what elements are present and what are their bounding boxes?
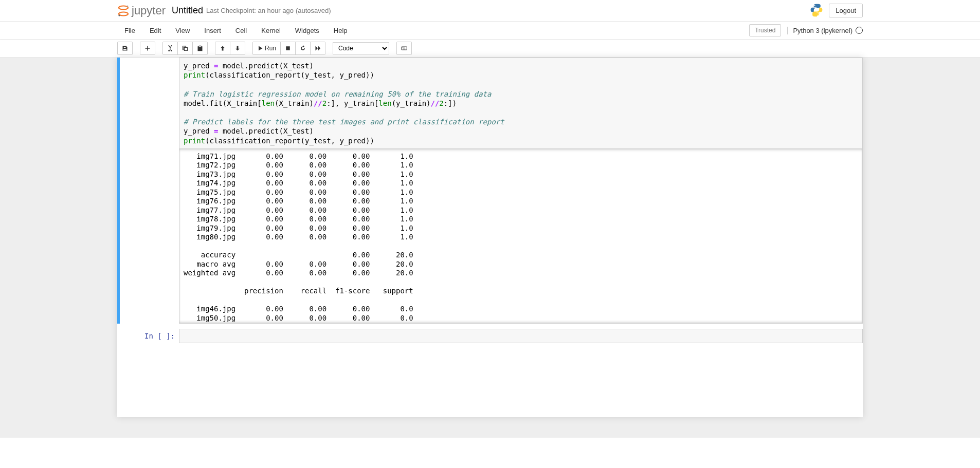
kernel-name-text: Python 3 (ipykernel) bbox=[793, 27, 852, 34]
menu-file[interactable]: File bbox=[117, 23, 142, 39]
menu-kernel[interactable]: Kernel bbox=[254, 23, 288, 39]
arrow-down-icon bbox=[234, 45, 241, 51]
menu-insert[interactable]: Insert bbox=[197, 23, 228, 39]
menu-widgets[interactable]: Widgets bbox=[288, 23, 326, 39]
svg-point-0 bbox=[119, 6, 128, 9]
move-down-button[interactable] bbox=[230, 42, 245, 54]
play-icon bbox=[257, 45, 263, 51]
notebook-name[interactable]: Untitled bbox=[172, 5, 203, 16]
svg-point-3 bbox=[118, 14, 120, 16]
code-input-area-empty[interactable] bbox=[179, 329, 863, 343]
copy-icon bbox=[182, 45, 188, 51]
logout-button[interactable]: Logout bbox=[829, 4, 863, 17]
trusted-indicator[interactable]: Trusted bbox=[749, 24, 781, 36]
copy-button[interactable] bbox=[178, 42, 193, 54]
svg-rect-11 bbox=[403, 49, 406, 49]
jupyter-logo-text: jupyter bbox=[132, 4, 166, 17]
cell-prompt-empty: In [ ]: bbox=[120, 329, 179, 343]
svg-rect-8 bbox=[402, 48, 403, 48]
jupyter-logo[interactable]: jupyter bbox=[117, 4, 166, 17]
run-button-label: Run bbox=[265, 45, 276, 52]
menubar-container: File Edit View Insert Cell Kernel Widget… bbox=[0, 22, 980, 40]
cell-output-area[interactable]: img71.jpg 0.00 0.00 0.00 1.0 img72.jpg 0… bbox=[179, 149, 863, 324]
restart-run-all-button[interactable] bbox=[311, 42, 325, 54]
stop-icon bbox=[285, 45, 291, 51]
svg-point-1 bbox=[119, 12, 128, 15]
svg-point-2 bbox=[127, 5, 129, 7]
add-cell-button[interactable] bbox=[140, 42, 155, 54]
cut-icon bbox=[167, 45, 173, 51]
jupyter-logo-icon bbox=[117, 5, 130, 17]
toolbar-container: Run Code bbox=[0, 40, 980, 58]
save-button[interactable] bbox=[118, 42, 132, 54]
fast-forward-icon bbox=[315, 45, 321, 51]
svg-rect-7 bbox=[402, 47, 407, 50]
keyboard-icon bbox=[401, 45, 407, 51]
paste-button[interactable] bbox=[193, 42, 207, 54]
restart-button[interactable] bbox=[296, 42, 311, 54]
code-cell-empty[interactable]: In [ ]: bbox=[117, 329, 863, 343]
interrupt-button[interactable] bbox=[281, 42, 296, 54]
run-button[interactable]: Run bbox=[253, 42, 281, 54]
arrow-up-icon bbox=[220, 45, 226, 51]
command-palette-button[interactable] bbox=[397, 42, 411, 54]
cell-type-select[interactable]: Code bbox=[333, 42, 389, 54]
code-input-area[interactable]: y_pred = model.predict(X_test) print(cla… bbox=[179, 58, 863, 149]
notebook: y_pred = model.predict(X_test) print(cla… bbox=[117, 58, 863, 417]
cell-prompt bbox=[120, 58, 179, 324]
svg-rect-9 bbox=[404, 48, 404, 48]
svg-rect-10 bbox=[405, 48, 405, 48]
menu-help[interactable]: Help bbox=[326, 23, 355, 39]
code-cell-running[interactable]: y_pred = model.predict(X_test) print(cla… bbox=[117, 58, 863, 324]
notebook-header: jupyter Untitled Last Checkpoint: an hou… bbox=[0, 0, 980, 22]
plus-icon bbox=[144, 45, 151, 51]
cut-button[interactable] bbox=[163, 42, 178, 54]
save-icon bbox=[122, 45, 128, 51]
menu-cell[interactable]: Cell bbox=[228, 23, 254, 39]
kernel-name[interactable]: Python 3 (ipykernel) bbox=[787, 27, 863, 34]
move-up-button[interactable] bbox=[215, 42, 230, 54]
python-logo-icon bbox=[809, 3, 824, 18]
menu-edit[interactable]: Edit bbox=[142, 23, 168, 39]
svg-rect-6 bbox=[286, 46, 290, 50]
menu-view[interactable]: View bbox=[168, 23, 197, 39]
restart-icon bbox=[300, 45, 306, 51]
svg-point-5 bbox=[818, 13, 819, 14]
kernel-status-icon bbox=[856, 27, 863, 34]
svg-point-4 bbox=[814, 5, 815, 6]
checkpoint-status: Last Checkpoint: an hour ago bbox=[206, 7, 294, 14]
autosave-status: (autosaved) bbox=[296, 7, 331, 14]
paste-icon bbox=[197, 45, 203, 51]
